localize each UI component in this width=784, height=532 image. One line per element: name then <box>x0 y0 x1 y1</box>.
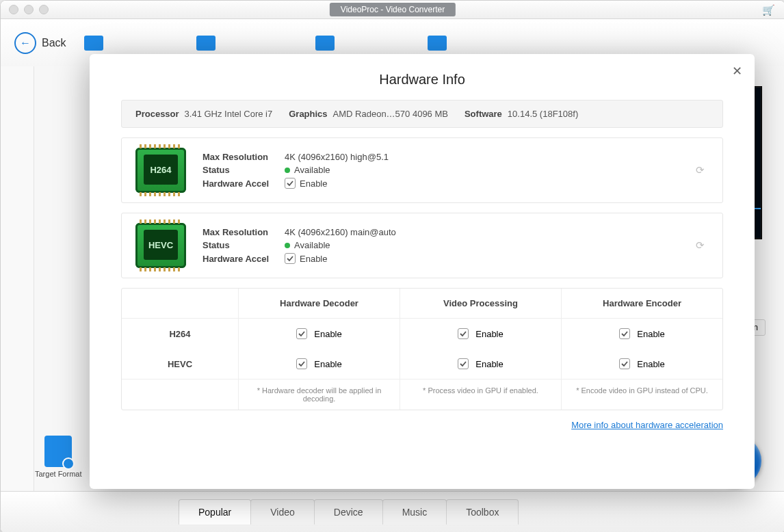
status-dot-icon <box>285 168 290 173</box>
h264-encoder-checkbox[interactable]: Enable <box>561 319 722 349</box>
traffic-close[interactable] <box>9 5 18 14</box>
hevc-decoder-checkbox[interactable]: Enable <box>238 349 400 379</box>
accel-label: Hardware Accel <box>202 178 285 189</box>
back-label: Back <box>42 37 66 49</box>
toolbar-icon-1[interactable] <box>84 36 103 51</box>
status-label: Status <box>202 240 285 250</box>
system-summary-row: Processor3.41 GHz Intel Core i7 Graphics… <box>121 100 723 128</box>
chip-icon-h264: H264 <box>135 148 186 193</box>
status-dot-icon <box>285 243 290 248</box>
status-label: Status <box>202 165 285 175</box>
maxres-label: Max Resolution <box>202 227 285 237</box>
note-encoder: * Encode video in GPU instead of CPU. <box>561 379 722 410</box>
row-h264-label: H264 <box>122 319 238 349</box>
app-window: VideoProc - Video Converter 🛒 ← Back Opt… <box>0 0 784 532</box>
row-hevc-label: HEVC <box>122 349 238 379</box>
graphics-value: AMD Radeon…570 4096 MB <box>333 109 448 119</box>
processor-label: Processor <box>135 109 179 119</box>
accel-checkbox[interactable] <box>285 253 296 264</box>
more-info-link[interactable]: More info about hardware acceleration <box>121 420 723 430</box>
codec-card-h264: H264 Max Resolution4K (4096x2160) high@5… <box>121 137 723 203</box>
maxres-value: 4K (4096x2160) high@5.1 <box>285 152 389 162</box>
toolbar-icon-4[interactable] <box>428 36 447 51</box>
hevc-processing-checkbox[interactable]: Enable <box>400 349 561 379</box>
traffic-lights <box>1 5 49 14</box>
h264-decoder-checkbox[interactable]: Enable <box>238 319 400 349</box>
status-value: Available <box>294 165 330 175</box>
refresh-icon[interactable]: ⟳ <box>692 235 709 256</box>
tab-popular[interactable]: Popular <box>179 499 251 524</box>
target-format-label: Target Format <box>35 470 81 478</box>
chip-icon-hevc: HEVC <box>135 223 186 268</box>
target-format[interactable]: Target Format <box>35 436 81 478</box>
col-blank <box>122 289 238 319</box>
status-value: Available <box>294 240 330 250</box>
note-processing: * Process video in GPU if enabled. <box>400 379 561 410</box>
titlebar: VideoProc - Video Converter 🛒 <box>1 1 784 19</box>
accel-checkbox[interactable] <box>285 178 296 189</box>
back-button[interactable]: ← Back <box>14 32 66 54</box>
traffic-minimize[interactable] <box>24 5 34 14</box>
traffic-zoom[interactable] <box>39 5 49 14</box>
note-decoder: * Hardware decoder will be applied in de… <box>238 379 400 410</box>
note-blank <box>122 379 238 410</box>
accel-value: Enable <box>300 178 327 189</box>
modal-title: Hardware Info <box>121 72 723 88</box>
col-processing: Video Processing <box>400 289 561 319</box>
col-encoder: Hardware Encoder <box>561 289 722 319</box>
tab-music[interactable]: Music <box>382 499 447 524</box>
toolbar-icon-2[interactable] <box>196 36 215 51</box>
bottom-tabs: Popular Video Device Music Toolbox <box>1 491 784 532</box>
codec-card-hevc: HEVC Max Resolution4K (4096x2160) main@a… <box>121 213 723 278</box>
accel-label: Hardware Accel <box>202 254 285 264</box>
tab-toolbox[interactable]: Toolbox <box>446 499 519 524</box>
left-sidebar <box>1 66 34 492</box>
window-title: VideoProc - Video Converter <box>330 3 456 16</box>
software-label: Software <box>465 109 502 119</box>
software-value: 10.14.5 (18F108f) <box>508 109 578 119</box>
accel-table: Hardware Decoder Video Processing Hardwa… <box>121 288 723 410</box>
tab-device[interactable]: Device <box>314 499 383 524</box>
refresh-icon[interactable]: ⟳ <box>692 160 709 181</box>
maxres-label: Max Resolution <box>202 152 285 162</box>
accel-value: Enable <box>300 254 327 264</box>
h264-processing-checkbox[interactable]: Enable <box>400 319 561 349</box>
hevc-encoder-checkbox[interactable]: Enable <box>561 349 722 379</box>
hardware-info-modal: ✕ Hardware Info Processor3.41 GHz Intel … <box>90 54 755 489</box>
processor-value: 3.41 GHz Intel Core i7 <box>185 109 273 119</box>
toolbar-icon-3[interactable] <box>315 36 335 51</box>
target-format-icon <box>44 436 72 467</box>
col-decoder: Hardware Decoder <box>238 289 400 319</box>
close-icon[interactable]: ✕ <box>732 64 742 79</box>
cart-icon[interactable]: 🛒 <box>762 4 775 16</box>
back-arrow-icon: ← <box>14 32 36 54</box>
tab-video[interactable]: Video <box>250 499 315 524</box>
graphics-label: Graphics <box>289 109 327 119</box>
maxres-value: 4K (4096x2160) main@auto <box>285 227 396 237</box>
